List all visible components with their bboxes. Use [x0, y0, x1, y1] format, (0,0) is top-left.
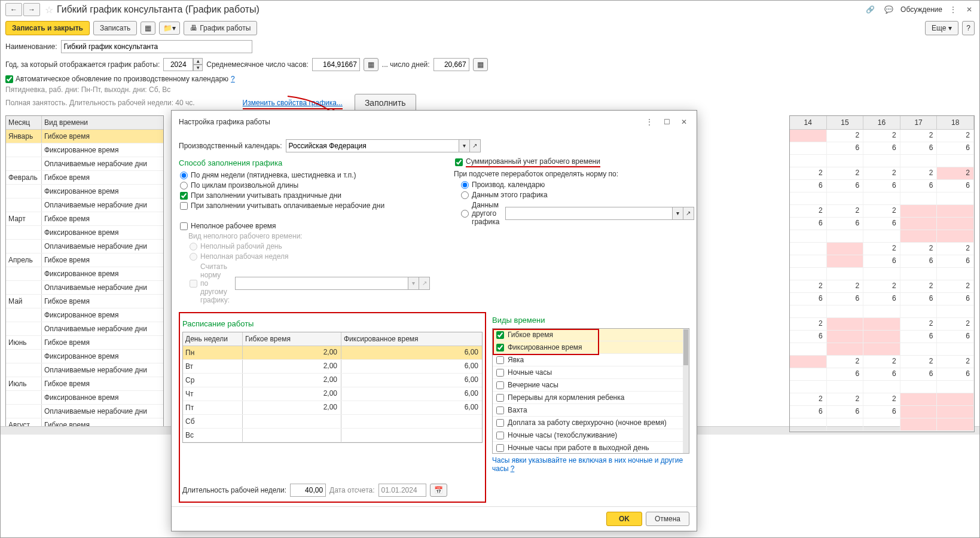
grid-cell[interactable]: 6 — [827, 142, 864, 154]
grid-cell[interactable] — [863, 155, 900, 167]
year-up[interactable]: ▲ — [193, 58, 203, 65]
ok-button[interactable]: OK — [606, 512, 642, 526]
time-types-list[interactable]: Гибкое времяФиксированное времяЯвкаНочны… — [492, 328, 689, 454]
grid-cell[interactable] — [937, 230, 974, 242]
grid-cell[interactable]: 6 — [863, 293, 900, 305]
grid-cell[interactable] — [863, 230, 900, 242]
time-type-item[interactable]: Фиксированное время — [493, 341, 689, 354]
time-type-item[interactable]: Гибкое время — [493, 329, 689, 341]
grid-cell[interactable] — [827, 230, 864, 242]
grid-cell[interactable]: 6 — [937, 368, 974, 380]
save-close-button[interactable]: Записать и закрыть — [5, 21, 90, 35]
type-checkbox[interactable] — [496, 432, 504, 439]
schedule-row[interactable]: Ср2,006,00 — [183, 374, 482, 387]
help-link[interactable]: ? — [231, 75, 235, 83]
grid-cell[interactable] — [790, 142, 827, 154]
grid-cell[interactable]: 2 — [937, 167, 974, 179]
grid-cell[interactable] — [790, 192, 827, 204]
grid-cell[interactable]: 6 — [937, 255, 974, 267]
grid-cell[interactable] — [790, 343, 827, 355]
grid-cell[interactable]: 2 — [827, 393, 864, 405]
folder-button[interactable]: 📁▾ — [159, 22, 180, 35]
discuss-label[interactable]: Обсуждение — [900, 5, 942, 14]
grid-cell[interactable] — [900, 418, 938, 430]
grid-cell[interactable] — [900, 192, 938, 204]
calc-icon[interactable]: ▦ — [364, 58, 378, 71]
month-row[interactable]: Фиксированное время — [6, 143, 163, 157]
month-row[interactable]: Оплачиваемые нерабочие дни — [6, 157, 163, 171]
schedule-row[interactable]: Вт2,006,00 — [183, 360, 482, 374]
time-type-item[interactable]: Вечерние часы — [493, 379, 689, 392]
close-icon[interactable]: ✕ — [964, 3, 975, 16]
grid-cell[interactable] — [863, 305, 900, 317]
parttime-checkbox[interactable] — [180, 222, 188, 230]
grid-cell[interactable]: 2 — [790, 393, 827, 405]
grid-cell[interactable]: 2 — [863, 356, 900, 368]
grid-cell[interactable] — [937, 343, 974, 355]
grid-cell[interactable] — [790, 230, 827, 242]
month-row[interactable]: Фиксированное время — [6, 308, 163, 322]
month-row[interactable]: Оплачиваемые нерабочие дни — [6, 405, 163, 418]
grid-cell[interactable]: 2 — [790, 280, 827, 292]
month-row[interactable]: Фиксированное время — [6, 267, 163, 281]
grid-cell[interactable] — [863, 192, 900, 204]
grid-cell[interactable] — [863, 331, 900, 343]
type-checkbox[interactable] — [496, 356, 504, 364]
save-button[interactable]: Записать — [93, 21, 137, 35]
grid-cell[interactable] — [937, 418, 974, 430]
type-checkbox[interactable] — [496, 331, 504, 339]
type-checkbox[interactable] — [496, 444, 504, 452]
grid-cell[interactable]: 6 — [827, 293, 864, 305]
grid-cell[interactable]: 2 — [900, 356, 938, 368]
grid-cell[interactable] — [937, 218, 974, 230]
dropdown-icon[interactable]: ▾ — [459, 139, 470, 152]
grid-cell[interactable]: 6 — [790, 180, 827, 192]
grid-cell[interactable]: 2 — [937, 356, 974, 368]
grid-cell[interactable] — [900, 393, 938, 405]
grid-cell[interactable]: 6 — [863, 218, 900, 230]
grid-cell[interactable] — [790, 255, 827, 267]
month-row[interactable]: Фиксированное время — [6, 391, 163, 405]
time-type-item[interactable]: Ночные часы (техобслуживание) — [493, 429, 689, 442]
time-type-item[interactable]: Ночные часы при работе в выходной день — [493, 442, 689, 454]
grid-cell[interactable]: 2 — [900, 318, 938, 330]
scrollbar[interactable] — [5, 426, 164, 432]
month-row[interactable]: ИюльГибкое время — [6, 377, 163, 391]
month-row[interactable]: Фиксированное время — [6, 350, 163, 363]
grid-cell[interactable]: 2 — [900, 130, 938, 142]
grid-cell[interactable] — [827, 343, 864, 355]
grid-cell[interactable]: 6 — [900, 142, 938, 154]
type-checkbox[interactable] — [496, 394, 504, 402]
grid-cell[interactable]: 6 — [937, 142, 974, 154]
dlg-menu-icon[interactable]: ⋮ — [643, 115, 655, 129]
grid-cell[interactable]: 6 — [900, 368, 938, 380]
grid-cell[interactable]: 6 — [790, 331, 827, 343]
help-button[interactable]: ? — [962, 21, 975, 35]
month-row[interactable]: Оплачиваемые нерабочие дни — [6, 198, 163, 212]
month-row[interactable]: Оплачиваемые нерабочие дни — [6, 322, 163, 336]
grid-cell[interactable]: 2 — [863, 393, 900, 405]
norm-calendar-radio[interactable] — [461, 181, 469, 189]
grid-cell[interactable]: 2 — [900, 280, 938, 292]
year-input[interactable] — [163, 58, 193, 71]
avg-hours-input[interactable] — [312, 58, 360, 71]
type-checkbox[interactable] — [496, 419, 504, 427]
month-row[interactable]: АпрельГибкое время — [6, 253, 163, 267]
type-checkbox[interactable] — [496, 369, 504, 377]
grid-cell[interactable]: 2 — [827, 130, 864, 142]
grid-cell[interactable]: 2 — [827, 167, 864, 179]
grid-cell[interactable]: 2 — [900, 243, 938, 255]
month-row[interactable]: Фиксированное время — [6, 185, 163, 198]
schedule-row[interactable]: Пн2,006,00 — [183, 346, 482, 360]
months-table[interactable]: Месяц Вид времени ЯнварьГибкое времяФикс… — [5, 115, 164, 432]
grid-cell[interactable]: 6 — [863, 255, 900, 267]
month-row[interactable]: МартГибкое время — [6, 212, 163, 226]
grid-cell[interactable]: 6 — [900, 180, 938, 192]
grid-cell[interactable]: 2 — [863, 205, 900, 217]
grid-cell[interactable]: 6 — [827, 368, 864, 380]
grid-cell[interactable]: 2 — [900, 167, 938, 179]
grid-cell[interactable]: 6 — [863, 406, 900, 418]
time-type-item[interactable]: Явка — [493, 354, 689, 366]
schedule-table[interactable]: День недели Гибкое время Фиксированное в… — [182, 332, 483, 443]
grid-cell[interactable] — [900, 230, 938, 242]
